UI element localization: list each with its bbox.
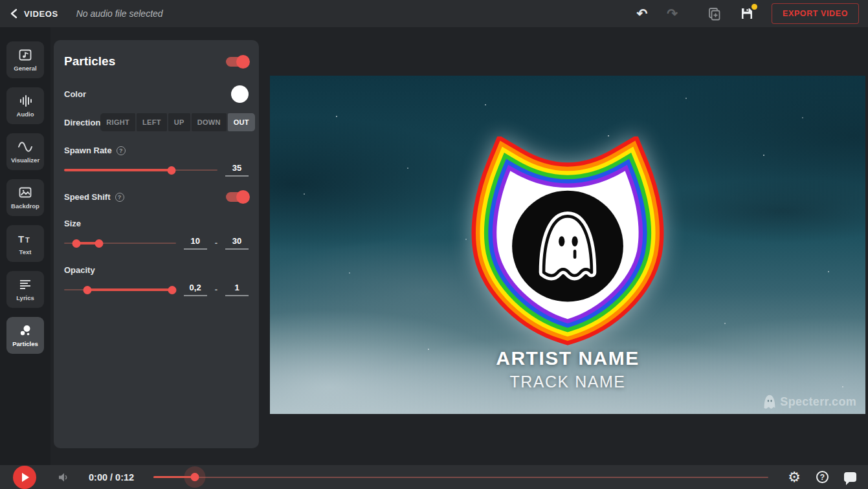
artist-name-text: ARTIST NAME	[270, 347, 865, 369]
size-min-handle[interactable]	[72, 239, 80, 248]
play-button[interactable]	[13, 466, 36, 489]
seek-handle[interactable]	[190, 473, 199, 481]
undo-icon: ↶	[637, 7, 648, 20]
sidebar-item-backdrop[interactable]: Backdrop	[6, 179, 44, 216]
duplicate-button[interactable]	[706, 6, 722, 22]
text-icon: T T	[17, 232, 33, 245]
undo-button[interactable]: ↶	[636, 6, 649, 21]
opacity-min-handle[interactable]	[83, 286, 92, 294]
opacity-min-input[interactable]: 0,2	[184, 283, 207, 296]
visualizer-icon	[17, 140, 33, 153]
help-icon: ?	[816, 471, 829, 483]
toggle-knob	[236, 55, 250, 69]
unsaved-badge	[751, 4, 757, 10]
sidebar-item-audio[interactable]: Audio	[6, 87, 44, 124]
save-button[interactable]	[739, 6, 755, 21]
chevron-left-icon	[10, 8, 17, 19]
sidebar-item-visualizer[interactable]: Visualizer	[6, 133, 44, 170]
video-preview: ARTIST NAME TRACK NAME Specterr.com	[270, 76, 865, 414]
spawn-rate-slider[interactable]	[64, 166, 217, 175]
duplicate-icon	[707, 7, 721, 21]
direction-out-button[interactable]: OUT	[228, 113, 255, 131]
audio-icon	[19, 94, 32, 107]
opacity-max-input[interactable]: 1	[225, 283, 249, 296]
direction-up-button[interactable]: UP	[168, 113, 190, 131]
player-bar: 0:00 / 0:12 ⚙ ?	[0, 465, 868, 489]
visualizer-graphic	[466, 136, 669, 349]
spawn-rate-slider-handle[interactable]	[167, 166, 175, 175]
particles-panel: Particles Color Direction RIGHT LEFT UP …	[54, 40, 259, 448]
lyrics-icon	[19, 278, 31, 291]
slider-track-fill	[87, 288, 172, 291]
speed-shift-label: Speed Shift	[64, 192, 111, 202]
save-icon	[740, 7, 753, 20]
size-min-input[interactable]: 10	[184, 236, 207, 250]
sidebar: General Audio Visualizer	[0, 27, 50, 465]
sidebar-item-lyrics[interactable]: Lyrics	[6, 271, 44, 308]
watermark: Specterr.com	[763, 395, 856, 409]
chat-icon	[844, 472, 856, 482]
topbar: VIDEOS No audio file selected ↶ ↷	[0, 0, 868, 27]
color-label: Color	[64, 89, 86, 99]
seek-track-fill	[153, 476, 195, 479]
spawn-rate-label: Spawn Rate	[64, 146, 112, 155]
svg-text:T: T	[18, 234, 24, 244]
direction-left-button[interactable]: LEFT	[137, 113, 167, 131]
general-icon	[19, 49, 32, 61]
spawn-rate-value-input[interactable]: 35	[225, 163, 249, 177]
back-to-videos-button[interactable]: VIDEOS	[9, 6, 60, 21]
help-button[interactable]: ?	[815, 470, 830, 484]
panel-title: Particles	[64, 54, 115, 69]
redo-icon: ↷	[667, 7, 678, 20]
audio-status-text: No audio file selected	[76, 8, 163, 19]
opacity-max-handle[interactable]	[168, 286, 177, 294]
direction-right-button[interactable]: RIGHT	[100, 113, 135, 131]
size-max-handle[interactable]	[95, 239, 103, 248]
gear-icon: ⚙	[788, 470, 801, 484]
range-separator: -	[215, 238, 217, 248]
speed-shift-help-icon[interactable]: ?	[115, 193, 124, 202]
svg-text:T: T	[25, 236, 30, 244]
range-separator: -	[215, 285, 217, 294]
direction-down-button[interactable]: DOWN	[192, 113, 227, 131]
volume-icon	[58, 472, 69, 483]
track-name-text: TRACK NAME	[270, 373, 865, 391]
toggle-knob	[236, 190, 250, 204]
size-max-input[interactable]: 30	[225, 236, 249, 250]
volume-button[interactable]	[57, 471, 71, 484]
watermark-text: Specterr.com	[780, 395, 856, 409]
time-display: 0:00 / 0:12	[89, 472, 134, 483]
redo-button[interactable]: ↷	[665, 6, 679, 21]
backdrop-icon	[19, 186, 32, 199]
opacity-label: Opacity	[64, 265, 95, 275]
stars-decoration	[270, 76, 271, 77]
particles-icon	[19, 324, 32, 337]
chat-button[interactable]	[843, 471, 858, 483]
speed-shift-toggle[interactable]	[226, 192, 249, 202]
export-video-button[interactable]: EXPORT VIDEO	[772, 3, 859, 24]
back-label: VIDEOS	[24, 9, 58, 19]
seek-bar[interactable]	[153, 472, 768, 483]
spawn-rate-help-icon[interactable]: ?	[117, 146, 126, 155]
direction-label: Direction	[64, 118, 100, 127]
size-label: Size	[64, 219, 81, 228]
particle-color-swatch[interactable]	[231, 85, 249, 103]
size-range-slider[interactable]	[64, 239, 176, 248]
opacity-range-slider[interactable]	[64, 285, 176, 294]
sidebar-item-general[interactable]: General	[6, 41, 44, 78]
sidebar-item-text[interactable]: T T Text	[6, 225, 44, 262]
sidebar-item-particles[interactable]: Particles	[6, 317, 44, 354]
slider-track-fill	[64, 169, 172, 171]
player-settings-button[interactable]: ⚙	[786, 469, 802, 486]
particles-enabled-toggle[interactable]	[226, 57, 249, 67]
direction-segmented-control: RIGHT LEFT UP DOWN OUT	[100, 113, 254, 131]
watermark-ghost-icon	[763, 395, 776, 409]
seek-track-base	[153, 477, 768, 478]
ghost-logo	[544, 216, 592, 276]
play-icon	[22, 473, 29, 482]
